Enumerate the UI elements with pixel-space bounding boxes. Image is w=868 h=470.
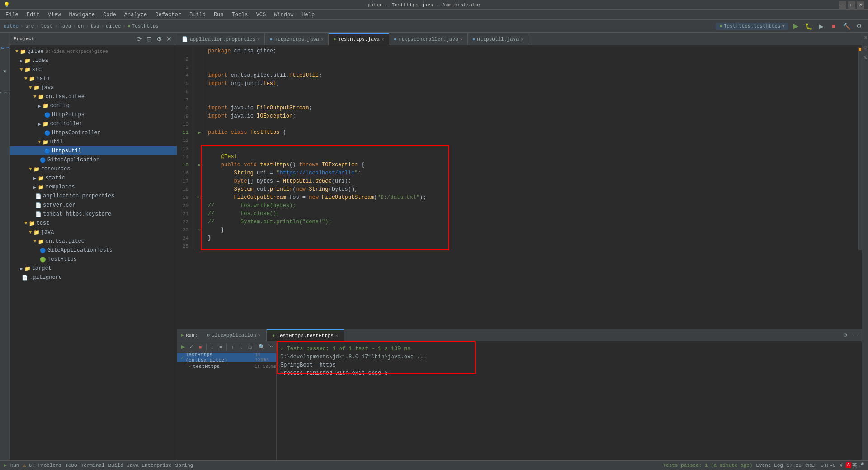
- breadcrumb-gitee2[interactable]: gitee: [106, 24, 121, 29]
- rstab-database[interactable]: D: [862, 44, 868, 51]
- tree-item-util[interactable]: ▼ 📁 util: [10, 137, 177, 146]
- menu-analyze[interactable]: Analyze: [121, 11, 151, 19]
- bottom-tab-close-testhttps[interactable]: ✕: [335, 333, 338, 338]
- breadcrumb-testhttps[interactable]: TestHttps: [132, 24, 159, 29]
- bottom-minimize-button[interactable]: —: [851, 331, 860, 340]
- rstab-maven[interactable]: M: [862, 34, 868, 41]
- tab-testhttps[interactable]: ● TestHttps.java ✕: [329, 33, 389, 45]
- run-again-button[interactable]: ▶: [179, 343, 187, 352]
- tree-item-main[interactable]: ▼ 📁 main: [10, 74, 177, 83]
- menu-tools[interactable]: Tools: [228, 11, 252, 19]
- tree-item-config[interactable]: ▶ 📁 config: [10, 101, 177, 110]
- menu-edit[interactable]: Edit: [23, 11, 43, 19]
- tree-item-keystore[interactable]: 📄 tomcat_https.keystore: [10, 210, 177, 219]
- run-filter-button[interactable]: ≡: [217, 343, 225, 352]
- tab-close-http2https[interactable]: ✕: [321, 37, 324, 42]
- run-sort-button[interactable]: ↕: [208, 343, 216, 352]
- sync-button[interactable]: ⟳: [135, 35, 143, 43]
- tree-item-testpkg[interactable]: ▼ 📁 cn.tsa.gitee: [10, 237, 177, 246]
- vtab-project[interactable]: Proj: [2, 34, 8, 61]
- tab-appprops[interactable]: 📄 application.properties ✕: [177, 33, 265, 45]
- run-config2-button[interactable]: □: [246, 343, 254, 352]
- tree-item-resources[interactable]: ▼ 📁 resources: [10, 164, 177, 174]
- menu-help[interactable]: Help: [298, 11, 318, 19]
- tree-item-test[interactable]: ▼ 📁 test: [10, 219, 177, 228]
- breadcrumb-cn[interactable]: cn: [78, 24, 84, 29]
- status-spring[interactable]: Spring: [175, 463, 193, 468]
- collapse-all-button[interactable]: ⊟: [145, 35, 153, 43]
- tab-httpscontroller[interactable]: ● HttpsController.java ✕: [389, 33, 468, 45]
- tree-item-testhttps[interactable]: 🟢 TestHttps: [10, 255, 177, 264]
- menu-window[interactable]: Window: [270, 11, 297, 19]
- run-stop-button[interactable]: ■: [196, 343, 204, 352]
- tree-item-pkg[interactable]: ▼ 📁 cn.tsa.gitee: [10, 92, 177, 101]
- sidebar-settings-button[interactable]: ⚙: [155, 35, 163, 43]
- tree-item-httpscontroller[interactable]: 🔵 HttpsController: [10, 128, 177, 137]
- run-item-testhttps-class[interactable]: ✓ TestHttps (cn.tsa.gitee) 1s 139ms: [177, 353, 276, 362]
- tab-close-httpscontroller[interactable]: ✕: [460, 37, 463, 42]
- menu-code[interactable]: Code: [99, 11, 120, 19]
- menu-vcs[interactable]: VCS: [253, 11, 270, 19]
- tree-item-templates[interactable]: ▶ 📁 templates: [10, 183, 177, 192]
- close-button[interactable]: ✕: [857, 1, 864, 9]
- status-jenterprise[interactable]: Java Enterprise: [127, 463, 172, 468]
- sidebar-close-button[interactable]: ✕: [165, 35, 173, 43]
- status-indent[interactable]: 4: [839, 463, 842, 468]
- status-terminal[interactable]: Terminal: [81, 463, 105, 468]
- tab-close-appprops[interactable]: ✕: [257, 37, 260, 42]
- bottom-tab-testhttps[interactable]: ● TestHttps.testHttps ✕: [267, 329, 344, 341]
- minimize-button[interactable]: —: [839, 1, 846, 9]
- status-event-log[interactable]: Event Log: [756, 463, 783, 468]
- breadcrumb-test[interactable]: test: [41, 24, 52, 29]
- tree-item-target[interactable]: ▶ 📁 target: [10, 264, 177, 273]
- tree-item-gitee[interactable]: ▼ 📁 gitee D:\idea-workspace\gitee: [10, 47, 177, 56]
- status-crlf[interactable]: CRLF: [805, 463, 817, 468]
- tab-close-testhttps[interactable]: ✕: [382, 37, 384, 42]
- tree-item-java[interactable]: ▼ 📁 java: [10, 83, 177, 92]
- build-button[interactable]: 🔨: [841, 21, 852, 32]
- bottom-tab-close-giteeapp[interactable]: ✕: [258, 333, 261, 338]
- status-problems[interactable]: ⚠ 6: Problems: [23, 462, 61, 468]
- tree-item-servercer[interactable]: 📄 server.cer: [10, 201, 177, 210]
- run-item-testhttps-method[interactable]: ✓ testHttps 1s 139ms: [177, 362, 276, 371]
- editor-content[interactable]: 2 3 4 5 6 7 8 9 10 11 12 13 14 15: [177, 45, 862, 329]
- run-export-button[interactable]: ↑: [229, 343, 236, 352]
- breadcrumb-src[interactable]: src: [25, 24, 34, 29]
- rstab-web[interactable]: W: [862, 54, 868, 61]
- vtab-favorites[interactable]: ★: [0, 66, 9, 75]
- status-encoding[interactable]: UTF-8: [821, 463, 835, 468]
- tree-item-idea[interactable]: ▶ 📁 .idea: [10, 56, 177, 65]
- settings-button[interactable]: ⚙: [854, 21, 864, 32]
- debug-button[interactable]: 🐛: [803, 21, 814, 32]
- menu-file[interactable]: File: [2, 11, 22, 19]
- run-search-button[interactable]: 🔍: [258, 343, 265, 352]
- tree-item-httpsutil[interactable]: 🔵 HttpsUtil: [10, 146, 177, 155]
- bottom-tab-giteeapp[interactable]: ⚙ GiteApplication ✕: [201, 329, 267, 341]
- menu-build[interactable]: Build: [186, 11, 209, 19]
- tree-item-gitignore[interactable]: 📄 .gitignore: [10, 273, 177, 282]
- menu-view[interactable]: View: [44, 11, 65, 19]
- tree-item-testjava[interactable]: ▼ 📁 java: [10, 228, 177, 237]
- tree-item-controller[interactable]: ▶ 📁 controller: [10, 119, 177, 128]
- run-button[interactable]: ▶: [790, 21, 801, 32]
- run-more-button[interactable]: ⋯: [267, 343, 274, 352]
- maximize-button[interactable]: □: [848, 1, 855, 9]
- tree-item-static[interactable]: ▶ 📁 static: [10, 174, 177, 183]
- status-run-label[interactable]: Run: [10, 463, 19, 468]
- tree-item-giteeapp[interactable]: 🔵 GiteeApplication: [10, 155, 177, 164]
- menu-run[interactable]: Run: [210, 11, 227, 19]
- tree-item-gatest[interactable]: 🔵 GiteApplicationTests: [10, 246, 177, 255]
- tab-httpsutil[interactable]: ● HttpsUtil.java ✕: [468, 33, 528, 45]
- tab-http2https[interactable]: ● Http2Https.java ✕: [265, 33, 329, 45]
- bottom-settings-button[interactable]: ⚙: [841, 331, 850, 340]
- vtab-structure[interactable]: Str: [2, 80, 8, 107]
- breadcrumb-gitee[interactable]: gitee: [4, 24, 19, 29]
- menu-refactor[interactable]: Refactor: [151, 11, 185, 19]
- tab-close-httpsutil[interactable]: ✕: [521, 37, 524, 42]
- breadcrumb-tsa[interactable]: tsa: [90, 24, 99, 29]
- coverage-button[interactable]: ▶: [816, 21, 826, 32]
- run-import-button[interactable]: ↓: [237, 343, 245, 352]
- status-build[interactable]: Build: [108, 463, 123, 468]
- tree-item-appprops[interactable]: 📄 application.properties: [10, 192, 177, 201]
- tree-item-src[interactable]: ▼ 📁 src: [10, 65, 177, 74]
